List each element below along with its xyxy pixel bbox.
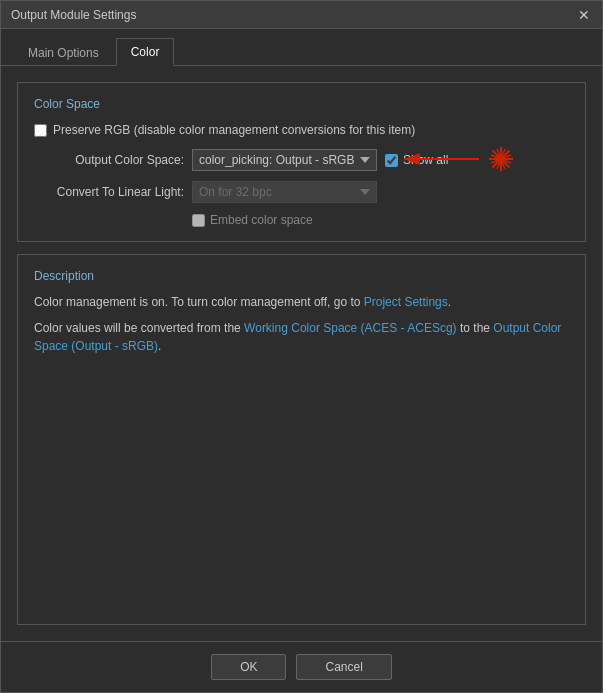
description-section: Description Color management is on. To t… xyxy=(17,254,586,625)
tab-color[interactable]: Color xyxy=(116,38,175,66)
description-line2: Color values will be converted from the … xyxy=(34,319,569,355)
convert-linear-label: Convert To Linear Light: xyxy=(34,185,184,199)
preserve-rgb-row: Preserve RGB (disable color management c… xyxy=(34,123,569,137)
color-space-title: Color Space xyxy=(34,97,569,111)
embed-color-space-label: Embed color space xyxy=(210,213,313,227)
footer: OK Cancel xyxy=(1,641,602,692)
description-title: Description xyxy=(34,269,569,283)
description-line1: Color management is on. To turn color ma… xyxy=(34,293,569,311)
output-color-space-row: Output Color Space: color_picking: Outpu… xyxy=(34,149,569,171)
title-bar: Output Module Settings ✕ xyxy=(1,1,602,29)
output-module-settings-window: Output Module Settings ✕ Main Options Co… xyxy=(0,0,603,693)
window-title: Output Module Settings xyxy=(11,8,136,22)
convert-linear-select: On for 32 bpc xyxy=(192,181,377,203)
preserve-rgb-label: Preserve RGB (disable color management c… xyxy=(53,123,415,137)
content-area: Color Space Preserve RGB (disable color … xyxy=(1,66,602,641)
show-all-checkbox[interactable] xyxy=(385,154,398,167)
convert-linear-row: Convert To Linear Light: On for 32 bpc xyxy=(34,181,569,203)
embed-color-space-checkbox xyxy=(192,214,205,227)
embed-row: Embed color space xyxy=(192,213,569,227)
project-settings-link[interactable]: Project Settings xyxy=(364,295,448,309)
working-color-space-highlight: Working Color Space (ACES - ACEScg) xyxy=(244,321,457,335)
color-space-section: Color Space Preserve RGB (disable color … xyxy=(17,82,586,242)
tab-bar: Main Options Color xyxy=(1,29,602,66)
output-color-space-label: Output Color Space: xyxy=(34,153,184,167)
preserve-rgb-checkbox[interactable] xyxy=(34,124,47,137)
show-all-label: Show all xyxy=(403,153,448,167)
cancel-button[interactable]: Cancel xyxy=(296,654,391,680)
close-button[interactable]: ✕ xyxy=(576,7,592,23)
output-color-space-select[interactable]: color_picking: Output - sRGB xyxy=(192,149,377,171)
show-all-group: Show all xyxy=(385,153,448,167)
tab-main-options[interactable]: Main Options xyxy=(13,39,114,66)
ok-button[interactable]: OK xyxy=(211,654,286,680)
